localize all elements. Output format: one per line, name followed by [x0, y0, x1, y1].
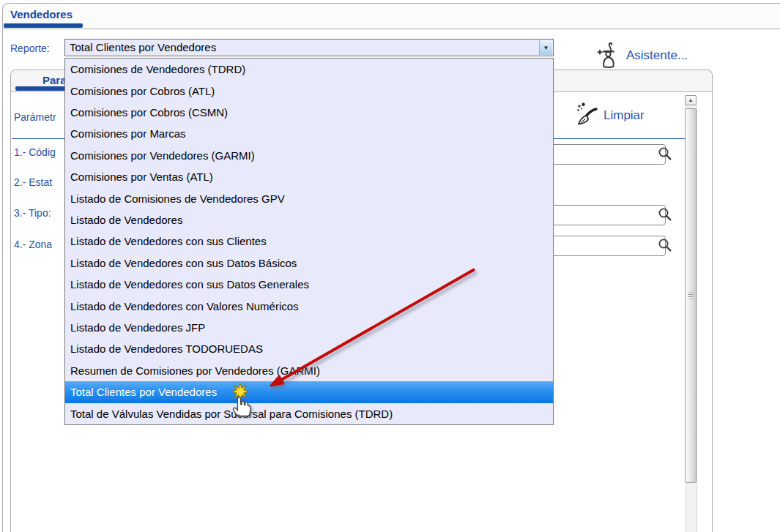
dropdown-option[interactable]: Comisiones por Cobros (CSMN)	[65, 102, 553, 123]
magnifier-icon[interactable]	[658, 238, 672, 252]
report-select[interactable]: Total Clientes por Vendedores ▼	[64, 39, 554, 56]
broom-icon	[575, 102, 598, 128]
dropdown-option[interactable]: Comisiones por Ventas (ATL)	[65, 166, 553, 187]
assistant-label: Asistente...	[626, 48, 688, 63]
page-border	[2, 29, 3, 532]
dropdown-option[interactable]: Resumen de Comisiones por Vendedores (GA…	[65, 360, 553, 381]
dropdown-option[interactable]: Listado de Vendedores con sus Datos Bási…	[65, 252, 553, 274]
dropdown-option[interactable]: Comisiones por Cobros (ATL)	[65, 80, 553, 101]
wizard-icon	[595, 42, 621, 69]
scrollbar-thumb[interactable]	[685, 108, 697, 483]
tab-bar	[2, 3, 780, 29]
wand-star	[597, 49, 603, 55]
param-label-2: 2.- Estat	[14, 176, 52, 188]
dropdown-option[interactable]: Listado de Vendedores con sus Datos Gene…	[65, 274, 553, 295]
panel-scrollbar[interactable]: ▲	[685, 95, 697, 532]
dropdown-option[interactable]: Total Clientes por Vendedores	[65, 381, 553, 402]
dropdown-option[interactable]: Comisiones por Marcas	[65, 123, 553, 144]
tab-parametros[interactable]: Para	[42, 74, 67, 86]
parameters-section-title: Parámetr	[14, 111, 56, 123]
param-label-3: 3.- Tipo:	[14, 207, 51, 219]
scrollbar-grip	[688, 293, 694, 299]
report-label: Reporte:	[10, 42, 50, 54]
dropdown-option[interactable]: Comisiones por Vendedores (GARMI)	[65, 145, 553, 166]
param-label-4: 4.- Zona	[14, 239, 52, 250]
active-tab-indicator	[4, 23, 83, 28]
dropdown-option[interactable]: Listado de Vendedores con Valores Numéri…	[65, 295, 553, 316]
dropdown-option[interactable]: Total de Válvulas Vendidas por Sucursal …	[65, 403, 553, 424]
tab-vendedores[interactable]: Vendedores	[10, 8, 73, 20]
dropdown-option[interactable]: Listado de Vendedores TODORUEDAS	[65, 338, 553, 359]
dropdown-option[interactable]: Listado de Vendedores	[65, 209, 553, 231]
dropdown-arrow-button[interactable]: ▼	[539, 40, 552, 55]
dropdown-option[interactable]: Listado de Comisiones de Vendedores GPV	[65, 187, 553, 209]
magnifier-icon[interactable]	[658, 146, 672, 161]
report-select-value: Total Clientes por Vendedores	[70, 40, 216, 56]
dropdown-option[interactable]: Listado de Vendedores JFP	[65, 317, 553, 338]
report-dropdown-list[interactable]: Comisiones de Vendedores (TDRD)Comisione…	[64, 58, 554, 425]
clear-button[interactable]: Limpiar	[575, 102, 645, 128]
assistant-link[interactable]: Asistente...	[595, 42, 688, 69]
scrollbar-up-arrow[interactable]: ▲	[685, 95, 697, 105]
dropdown-option[interactable]: Comisiones de Vendedores (TDRD)	[65, 59, 553, 80]
param-label-1: 1.- Códig	[14, 146, 56, 158]
clear-label: Limpiar	[603, 108, 645, 123]
magnifier-icon[interactable]	[658, 207, 672, 222]
dropdown-option[interactable]: Listado de Vendedores con sus Clientes	[65, 231, 553, 252]
